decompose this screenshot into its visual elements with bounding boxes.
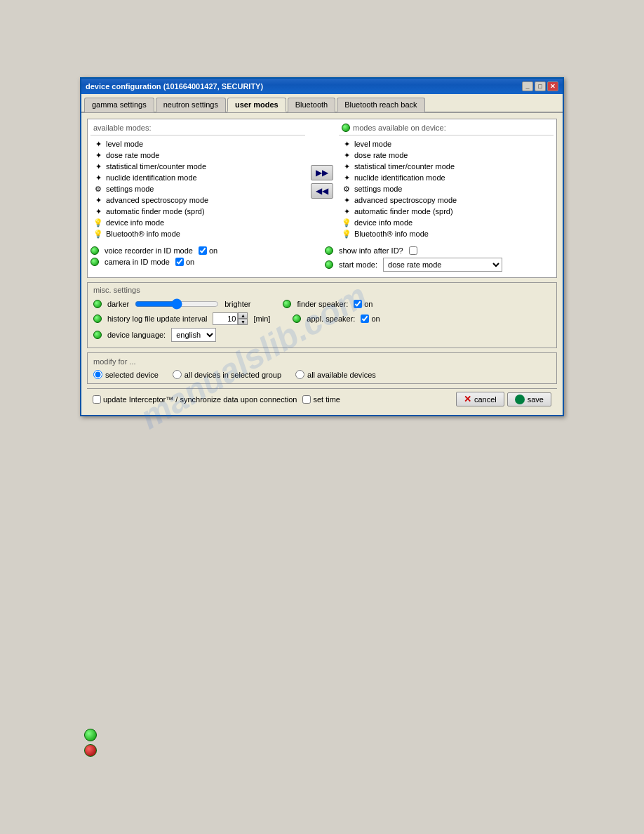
list-item[interactable]: ✦ statistical timer/counter mode [340, 161, 552, 172]
voice-recorder-checkbox[interactable] [199, 246, 207, 255]
spinbox-up-button[interactable]: ▲ [238, 312, 248, 319]
list-item[interactable]: ⚙ settings mode [340, 183, 552, 194]
available-modes-label: available modes: [93, 124, 152, 132]
finder-on-label: on [364, 300, 373, 308]
mode-label: settings mode [354, 185, 402, 193]
window-title: device configuration (101664001427, SECU… [86, 82, 263, 91]
camera-checkbox-wrap: on [175, 258, 194, 266]
list-item[interactable]: 💡 Bluetooth® info mode [92, 228, 304, 239]
star-icon: ✦ [93, 150, 103, 160]
device-modes-panel: modes available on device: ✦ level mode … [339, 122, 554, 241]
device-modes-list: ✦ level mode ✦ dose rate mode ✦ statisti… [339, 137, 554, 241]
list-item[interactable]: ✦ dose rate mode [340, 150, 552, 161]
history-value-input[interactable] [213, 312, 238, 325]
list-item[interactable]: ✦ advanced spectroscopy mode [92, 194, 304, 206]
bulb-icon: 💡 [93, 218, 103, 227]
modes-wrapper: available modes: ✦ level mode ✦ dose rat… [90, 122, 554, 241]
spinbox-down-button[interactable]: ▼ [238, 319, 248, 325]
green-icon-start-mode [325, 260, 333, 269]
history-label: history log file update interval [107, 315, 207, 323]
transfer-backward-button[interactable]: ◀◀ [311, 183, 333, 199]
star-icon: ✦ [342, 150, 351, 160]
device-language-label: device language: [107, 331, 166, 339]
mode-label: advanced spectroscopy mode [354, 196, 457, 204]
radio-row: selected device all devices in selected … [93, 370, 551, 379]
device-language-select[interactable]: english german french spanish [171, 328, 216, 342]
transfer-forward-button[interactable]: ▶▶ [311, 165, 333, 180]
bottom-red-icon-2 [84, 744, 97, 757]
finder-speaker-checkbox[interactable] [354, 300, 362, 308]
list-item[interactable]: ✦ level mode [92, 138, 304, 150]
star-icon: ✦ [93, 206, 103, 216]
list-item[interactable]: ✦ nuclide identification mode [92, 172, 304, 183]
appl-on-label: on [371, 315, 380, 323]
appl-speaker-checkbox[interactable] [361, 315, 369, 323]
spinbox-buttons: ▲ ▼ [238, 312, 248, 325]
tab-bluetooth[interactable]: Bluetooth [288, 98, 335, 112]
show-info-checkbox[interactable] [409, 246, 417, 255]
set-time-checkbox[interactable] [302, 395, 311, 404]
minimize-button[interactable]: _ [522, 81, 533, 91]
start-mode-select[interactable]: level mode dose rate mode statistical ti… [383, 258, 502, 272]
list-item[interactable]: ✦ level mode [340, 138, 552, 150]
history-unit: [min] [253, 315, 270, 323]
mode-label: device info mode [354, 218, 412, 227]
main-window: device configuration (101664001427, SECU… [80, 77, 564, 416]
list-item[interactable]: ✦ automatic finder mode (sprd) [340, 206, 552, 217]
tab-gamma-settings[interactable]: gamma settings [84, 98, 154, 112]
green-icon-show-info [325, 246, 333, 255]
voice-on-label: on [209, 246, 217, 255]
radio-selected-device-input[interactable] [93, 370, 102, 379]
cancel-label: cancel [474, 395, 497, 404]
bottom-bar-left: update Interceptor™ / synchronize data u… [93, 395, 448, 404]
misc-settings-section: misc. settings darker brighter finder sp… [87, 282, 557, 348]
camera-row: camera in ID mode on [90, 258, 319, 266]
available-modes-panel: available modes: ✦ level mode ✦ dose rat… [90, 122, 305, 241]
radio-all-available-input[interactable] [295, 370, 304, 379]
appl-speaker-label: appl. speaker: [307, 315, 355, 323]
bottom-bar-right: ✕ cancel save [456, 392, 551, 406]
green-icon-appl [293, 315, 301, 323]
mode-label: device info mode [106, 218, 164, 227]
save-button[interactable]: save [507, 392, 551, 406]
list-item[interactable]: ⚙ settings mode [92, 183, 304, 194]
appl-speaker-checkbox-wrap: on [361, 315, 380, 323]
star-icon: ✦ [93, 173, 103, 183]
tab-bluetooth-reach-back[interactable]: Bluetooth reach back [337, 98, 424, 112]
list-item[interactable]: 💡 Bluetooth® info mode [340, 228, 552, 239]
radio-all-group-input[interactable] [173, 370, 182, 379]
close-button[interactable]: ✕ [547, 81, 558, 91]
voice-recorder-row: voice recorder in ID mode on [90, 246, 319, 255]
brightness-slider[interactable] [135, 298, 219, 310]
list-item[interactable]: ✦ statistical timer/counter mode [92, 161, 304, 172]
bulb-icon: 💡 [342, 229, 351, 239]
list-item[interactable]: ✦ dose rate mode [92, 150, 304, 161]
maximize-button[interactable]: □ [535, 81, 546, 91]
mode-label: statistical timer/counter mode [106, 162, 206, 171]
camera-checkbox[interactable] [175, 258, 184, 266]
cancel-button[interactable]: ✕ cancel [456, 392, 504, 406]
show-info-row: show info after ID? [325, 246, 554, 255]
mode-label: level mode [106, 140, 143, 148]
update-interceptor-checkbox[interactable] [93, 395, 101, 404]
voice-recorder-label: voice recorder in ID mode [105, 246, 193, 255]
content-area: available modes: ✦ level mode ✦ dose rat… [81, 113, 563, 415]
star-icon: ⚙ [93, 184, 103, 194]
list-item[interactable]: 💡 device info mode [340, 217, 552, 228]
language-row: device language: english german french s… [93, 328, 551, 342]
list-item[interactable]: ✦ advanced spectroscopy mode [340, 194, 552, 206]
list-item[interactable]: ✦ automatic finder mode (sprd) [92, 206, 304, 217]
list-item[interactable]: ✦ nuclide identification mode [340, 172, 552, 183]
available-modes-list: ✦ level mode ✦ dose rate mode ✦ statisti… [90, 137, 305, 241]
brightness-row: darker brighter finder speaker: on [93, 298, 551, 310]
tab-user-modes[interactable]: user modes [227, 98, 286, 112]
tab-neutron-settings[interactable]: neutron settings [156, 98, 226, 112]
page-wrapper: device configuration (101664001427, SECU… [0, 0, 644, 834]
list-item[interactable]: 💡 device info mode [92, 217, 304, 228]
star-icon: ⚙ [342, 184, 351, 194]
mode-label: Bluetooth® info mode [106, 230, 180, 238]
update-checkbox-wrap: update Interceptor™ / synchronize data u… [93, 395, 297, 404]
bulb-icon: 💡 [342, 218, 351, 227]
finder-speaker-label: finder speaker: [297, 300, 348, 308]
green-icon-camera [90, 258, 99, 266]
